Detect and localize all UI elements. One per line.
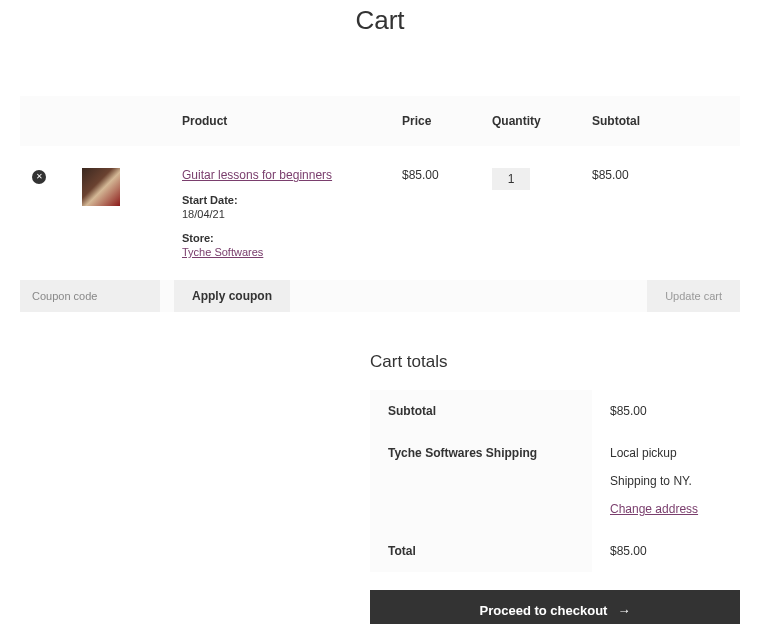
page-title: Cart [20, 0, 740, 36]
total-value: $85.00 [592, 530, 740, 572]
shipping-label: Tyche Softwares Shipping [370, 432, 592, 530]
col-price-header: Price [390, 96, 480, 146]
shipping-method: Local pickup [610, 446, 722, 460]
cart-row: ✕ Guitar lessons for beginners Start Dat… [20, 146, 740, 280]
update-cart-button[interactable]: Update cart [647, 280, 740, 312]
cart-totals: Cart totals Subtotal $85.00 Tyche Softwa… [370, 352, 740, 624]
col-product-header: Product [170, 96, 390, 146]
col-thumb-header [70, 96, 170, 146]
col-subtotal-header: Subtotal [580, 96, 740, 146]
product-thumbnail[interactable] [82, 168, 120, 206]
subtotal-value: $85.00 [592, 390, 740, 432]
col-remove-header [20, 96, 70, 146]
start-date-label: Start Date: [182, 194, 378, 206]
actions-row: Apply coupon Update cart [20, 280, 740, 312]
close-icon: ✕ [36, 172, 43, 181]
arrow-right-icon: → [617, 603, 630, 618]
totals-table: Subtotal $85.00 Tyche Softwares Shipping… [370, 390, 740, 572]
proceed-to-checkout-button[interactable]: Proceed to checkout → [370, 590, 740, 624]
subtotal-label: Subtotal [370, 390, 592, 432]
item-subtotal: $85.00 [580, 146, 740, 280]
coupon-code-input[interactable] [20, 280, 160, 312]
product-name-link[interactable]: Guitar lessons for beginners [182, 168, 332, 182]
col-qty-header: Quantity [480, 96, 580, 146]
total-label: Total [370, 530, 592, 572]
start-date-value: 18/04/21 [182, 208, 378, 220]
quantity-input[interactable] [492, 168, 530, 190]
apply-coupon-button[interactable]: Apply coupon [174, 280, 290, 312]
shipping-destination: Shipping to NY. [610, 474, 722, 488]
cart-table: Product Price Quantity Subtotal ✕ Guitar… [20, 96, 740, 312]
store-label: Store: [182, 232, 378, 244]
remove-item-button[interactable]: ✕ [32, 170, 46, 184]
item-price: $85.00 [390, 146, 480, 280]
store-link[interactable]: Tyche Softwares [182, 246, 263, 258]
change-address-link[interactable]: Change address [610, 502, 698, 516]
checkout-label: Proceed to checkout [480, 603, 608, 618]
cart-totals-heading: Cart totals [370, 352, 740, 372]
